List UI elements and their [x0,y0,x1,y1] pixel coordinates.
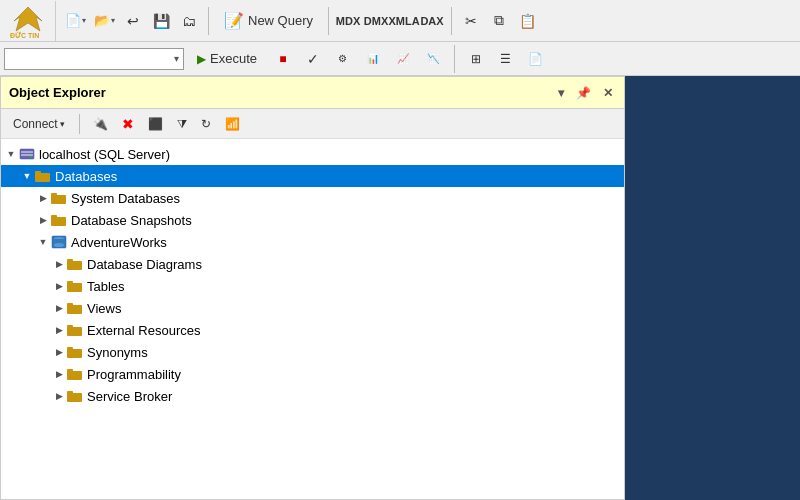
expand-synonyms[interactable]: ▶ [51,344,67,360]
object-explorer-panel: Object Explorer ▾ 📌 ✕ Connect ▾ 🔌 ✖ ⬛ [0,76,625,500]
copy-icon: ⧉ [494,12,504,29]
expand-adventureworks[interactable]: ▼ [35,234,51,250]
expand-db-snapshots[interactable]: ▶ [35,212,51,228]
oe-pin-btn[interactable]: 📌 [573,85,594,101]
execute-label: Execute [210,51,257,66]
parse-btn[interactable]: ✓ [300,46,326,72]
oe-connect-icon-btn[interactable]: 🔌 [88,115,113,133]
grid-icon: ⊞ [471,52,481,66]
new-file-btn[interactable]: 📄 ▾ [62,8,89,34]
database-dropdown[interactable]: ▾ [4,48,184,70]
tree-item-service-broker[interactable]: ▶ Service Broker [1,385,624,407]
db-snapshots-label: Database Snapshots [71,213,192,228]
tree-item-system-databases[interactable]: ▶ System Databases [1,187,624,209]
text-results-icon: ☰ [500,52,511,66]
expand-system-db[interactable]: ▶ [35,190,51,206]
connect-dropdown-arrow: ▾ [60,119,65,129]
paste-icon: 📋 [519,13,536,29]
system-db-folder-icon [51,190,67,206]
expand-service-broker[interactable]: ▶ [51,388,67,404]
oe-sep1 [79,114,80,134]
play-icon: ▶ [197,52,206,66]
svg-text:ĐỨC TIN: ĐỨC TIN [10,31,39,39]
svg-rect-11 [51,217,66,226]
svg-rect-8 [35,171,41,174]
svg-rect-21 [67,305,82,314]
results-grid-btn[interactable]: ⊞ [463,46,489,72]
tree-item-adventureworks[interactable]: ▼ AdventureWorks [1,231,624,253]
activity-icon: 📶 [225,117,240,131]
tree-item-db-snapshots[interactable]: ▶ Database Snapshots [1,209,624,231]
oe-dropdown-btn[interactable]: ▾ [555,85,567,101]
oe-tree: ▼ localhost (SQL Server) ▼ [1,139,624,499]
dax-icon: DAX [420,15,443,27]
reload-icon: ↩ [127,13,139,29]
oe-activity-btn[interactable]: 📶 [220,115,245,133]
db-diagrams-folder-icon [67,256,83,272]
svg-rect-5 [21,154,33,156]
reload-btn[interactable]: ↩ [120,8,146,34]
adventureworks-label: AdventureWorks [71,235,167,250]
dropdown-arrow-open: ▾ [111,16,115,25]
tree-item-databases[interactable]: ▼ Databases [1,165,624,187]
cut-btn[interactable]: ✂ [458,8,484,34]
execute-button[interactable]: ▶ Execute [188,48,266,69]
svg-rect-30 [67,391,73,394]
oe-refresh-btn[interactable]: ↻ [196,115,216,133]
new-file-icon: 📄 [65,13,81,28]
show-client-stats-btn[interactable]: 📈 [390,46,416,72]
tables-folder-icon [67,278,83,294]
connect-button[interactable]: Connect ▾ [7,114,71,134]
oe-filter-btn[interactable]: ⧩ [172,115,192,133]
expand-databases[interactable]: ▼ [19,168,35,184]
db-diagrams-label: Database Diagrams [87,257,202,272]
mdx-btn[interactable]: MDX [335,8,361,34]
save-btn[interactable]: 💾 [148,8,174,34]
db-snapshots-folder-icon [51,212,67,228]
svg-rect-19 [67,283,82,292]
expand-programmability[interactable]: ▶ [51,366,67,382]
save-all-btn[interactable]: 🗂 [176,8,202,34]
include-actual-plan-btn[interactable]: 📊 [360,46,386,72]
tree-item-programmability[interactable]: ▶ Programmability [1,363,624,385]
oe-disconnect-icon-btn[interactable]: ✖ [117,114,139,134]
tree-item-server[interactable]: ▼ localhost (SQL Server) [1,143,624,165]
cut-icon: ✂ [465,13,477,29]
actual-plan-icon: 📊 [367,53,379,64]
include-client-stats-btn[interactable]: 📉 [420,46,446,72]
results-file-btn[interactable]: 📄 [523,46,549,72]
expand-server[interactable]: ▼ [3,146,19,162]
svg-point-1 [23,11,33,19]
expand-db-diagrams[interactable]: ▶ [51,256,67,272]
refresh-icon: ↻ [201,117,211,131]
expand-views[interactable]: ▶ [51,300,67,316]
show-estimated-plan-btn[interactable]: ⚙ [330,46,356,72]
stop-btn[interactable]: ■ [270,46,296,72]
sep3 [451,7,452,35]
expand-tables[interactable]: ▶ [51,278,67,294]
client-stats-icon: 📉 [427,53,439,64]
tree-item-synonyms[interactable]: ▶ Synonyms [1,341,624,363]
dmx-btn[interactable]: DMX [363,8,389,34]
tree-item-db-diagrams[interactable]: ▶ Database Diagrams [1,253,624,275]
paste-btn[interactable]: 📋 [514,8,540,34]
new-query-button[interactable]: 📝 New Query [215,7,322,35]
svg-rect-7 [35,173,50,182]
tree-item-external-resources[interactable]: ▶ External Resources [1,319,624,341]
oe-stop-btn[interactable]: ⬛ [143,115,168,133]
disconnect-icon: ✖ [122,116,134,132]
oe-close-btn[interactable]: ✕ [600,85,616,101]
tree-item-views[interactable]: ▶ Views [1,297,624,319]
server-label: localhost (SQL Server) [39,147,170,162]
results-text-btn[interactable]: ☰ [493,46,519,72]
expand-external-resources[interactable]: ▶ [51,322,67,338]
programmability-label: Programmability [87,367,181,382]
tree-item-tables[interactable]: ▶ Tables [1,275,624,297]
main-content: Object Explorer ▾ 📌 ✕ Connect ▾ 🔌 ✖ ⬛ [0,76,800,500]
svg-rect-26 [67,347,73,350]
xmla-btn[interactable]: XMLA [391,8,417,34]
copy-btn[interactable]: ⧉ [486,8,512,34]
plan-icon: ⚙ [338,53,347,64]
open-btn[interactable]: 📂 ▾ [91,8,118,34]
dax-btn[interactable]: DAX [419,8,445,34]
